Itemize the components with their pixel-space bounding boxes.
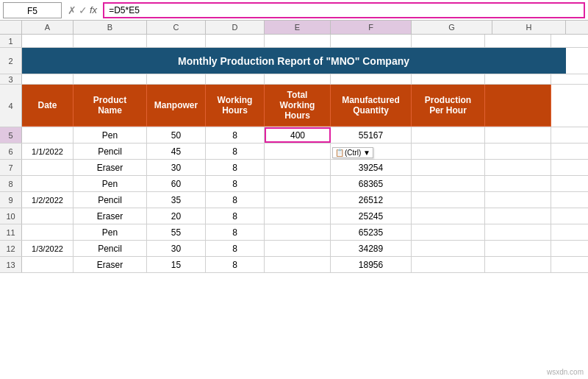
cell-8-extra[interactable] [485,176,551,191]
col-header-C[interactable]: C [147,21,206,34]
cell-9-mfg-qty[interactable]: 26512 [331,192,412,208]
cell-1b[interactable] [22,35,74,47]
cell-13-extra[interactable] [485,257,551,272]
cell-6-per-hour[interactable] [412,144,485,159]
cell-3b[interactable] [22,74,74,84]
cell-13-product[interactable]: Eraser [74,257,147,272]
cell-1d[interactable] [147,35,206,47]
cell-7-date[interactable] [22,160,74,175]
col-header-D[interactable]: D [206,21,265,34]
cell-7-product[interactable]: Eraser [74,160,147,175]
cell-5-date[interactable] [22,127,74,143]
cell-9-date[interactable]: 1/2/2022 [22,192,74,208]
cell-11-manpower[interactable]: 55 [147,224,206,240]
cell-12-total-working-hours[interactable] [265,241,331,256]
cell-7-mfg-qty[interactable]: 39254 [331,160,412,175]
cell-6-working-hours[interactable]: 8 [206,144,265,159]
cell-10-manpower[interactable]: 20 [147,208,206,224]
cell-11-date[interactable] [22,224,74,240]
cell-6-manpower[interactable]: 45 [147,144,206,159]
cell-3e[interactable] [206,74,265,84]
formula-input[interactable] [103,2,585,18]
cell-12-working-hours[interactable]: 8 [206,241,265,256]
cell-6-product[interactable]: Pencil [74,144,147,159]
cell-8-per-hour[interactable] [412,176,485,191]
cell-1h[interactable] [412,35,485,47]
cell-7-per-hour[interactable] [412,160,485,175]
cell-6-total-working-hours[interactable] [265,144,331,159]
cell-12-mfg-qty[interactable]: 34289 [331,241,412,256]
cell-10-total-working-hours[interactable] [265,208,331,224]
cell-13-date[interactable] [22,257,74,272]
cell-9-per-hour[interactable] [412,192,485,208]
cell-6-mfg-qty[interactable]: 📋 (Ctrl) ▼ [331,144,412,159]
cell-6-extra[interactable] [485,144,551,159]
name-box[interactable]: F5 [3,2,62,18]
col-header-A[interactable]: A [22,21,74,34]
col-header-F[interactable]: F [331,21,412,34]
cell-9-product[interactable]: Pencil [74,192,147,208]
cell-12-product[interactable]: Pencil [74,241,147,256]
cell-8-total-working-hours[interactable] [265,176,331,191]
col-header-H[interactable]: H [492,21,566,34]
cell-11-total-working-hours[interactable] [265,224,331,240]
col-header-G[interactable]: G [412,21,492,34]
cell-13-working-hours[interactable]: 8 [206,257,265,272]
cell-9-manpower[interactable]: 35 [147,192,206,208]
col-header-B[interactable]: B [74,21,147,34]
cell-10-per-hour[interactable] [412,208,485,224]
cell-3c[interactable] [74,74,147,84]
cell-12-date[interactable]: 1/3/2022 [22,241,74,256]
cell-5-working-hours[interactable]: 8 [206,127,265,143]
cell-3f[interactable] [265,74,331,84]
cell-3g[interactable] [331,74,412,84]
cell-5-product[interactable]: Pen [74,127,147,143]
cell-5-total-working-hours[interactable]: 400 [265,127,331,143]
cell-13-per-hour[interactable] [412,257,485,272]
cell-9-total-working-hours[interactable] [265,192,331,208]
cell-11-extra[interactable] [485,224,551,240]
cell-11-product[interactable]: Pen [74,224,147,240]
cell-1i[interactable] [485,35,551,47]
cell-1e[interactable] [206,35,265,47]
cell-1c[interactable] [74,35,147,47]
cell-6-date[interactable]: 1/1/2022 [22,144,74,159]
cell-10-date[interactable] [22,208,74,224]
cell-9-extra[interactable] [485,192,551,208]
cell-8-manpower[interactable]: 60 [147,176,206,191]
cell-8-product[interactable]: Pen [74,176,147,191]
cross-icon[interactable]: ✗ [68,4,76,16]
cell-11-mfg-qty[interactable]: 65235 [331,224,412,240]
cell-5-manpower[interactable]: 50 [147,127,206,143]
cell-1g[interactable] [331,35,412,47]
cell-9-working-hours[interactable]: 8 [206,192,265,208]
cell-8-working-hours[interactable]: 8 [206,176,265,191]
cell-13-total-working-hours[interactable] [265,257,331,272]
cell-5-per-hour[interactable] [412,127,485,143]
cell-10-product[interactable]: Eraser [74,208,147,224]
cell-7-extra[interactable] [485,160,551,175]
cell-1f[interactable] [265,35,331,47]
cell-5-mfg-qty[interactable]: 55167 [331,127,412,143]
check-icon[interactable]: ✓ [79,4,87,16]
cell-12-manpower[interactable]: 30 [147,241,206,256]
cell-3i[interactable] [485,74,551,84]
paste-tooltip[interactable]: 📋 (Ctrl) ▼ [332,147,373,158]
cell-11-per-hour[interactable] [412,224,485,240]
cell-10-working-hours[interactable]: 8 [206,208,265,224]
col-header-E[interactable]: E [265,21,331,34]
cell-13-mfg-qty[interactable]: 18956 [331,257,412,272]
cell-5-extra[interactable] [485,127,551,143]
cell-7-working-hours[interactable]: 8 [206,160,265,175]
cell-7-total-working-hours[interactable] [265,160,331,175]
cell-10-mfg-qty[interactable]: 25245 [331,208,412,224]
fx-icon[interactable]: fx [90,4,97,15]
cell-7-manpower[interactable]: 30 [147,160,206,175]
cell-8-date[interactable] [22,176,74,191]
cell-12-extra[interactable] [485,241,551,256]
cell-11-working-hours[interactable]: 8 [206,224,265,240]
cell-3d[interactable] [147,74,206,84]
cell-8-mfg-qty[interactable]: 68365 [331,176,412,191]
cell-12-per-hour[interactable] [412,241,485,256]
cell-10-extra[interactable] [485,208,551,224]
